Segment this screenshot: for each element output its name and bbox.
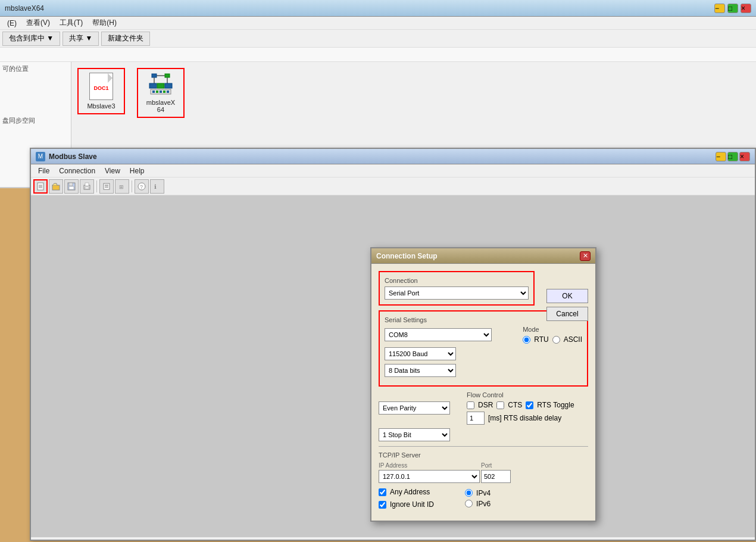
menu-item-tools[interactable]: 工具(T) <box>55 17 88 29</box>
maximize-button[interactable]: □ <box>727 4 738 13</box>
include-library-button[interactable]: 包含到库中 ▼ <box>2 32 60 46</box>
svg-rect-25 <box>104 183 110 189</box>
toolbar-help[interactable]: ? <box>135 179 149 194</box>
modbus-menu-view[interactable]: View <box>100 166 125 176</box>
svg-text:⊞: ⊞ <box>119 184 124 190</box>
modbus-menu-help[interactable]: Help <box>125 166 149 176</box>
modbus-close[interactable]: × <box>739 152 750 161</box>
mode-group: Mode RTU ASCII <box>523 326 582 344</box>
connection-setup-dialog: Connection Setup ✕ OK Cancel Connection … <box>370 247 596 522</box>
ignore-unit-row: Ignore Unit ID <box>379 500 434 509</box>
minimize-button[interactable]: − <box>714 4 725 13</box>
share-button[interactable]: 共享 ▼ <box>63 32 99 46</box>
svg-rect-11 <box>160 91 162 93</box>
toolbar-save[interactable] <box>64 179 79 194</box>
menu-item-e[interactable]: (E) <box>2 18 21 29</box>
left-item-sync: 盘同步空间 <box>2 116 68 125</box>
serial-label: Serial Settings <box>385 316 582 323</box>
rts-delay-label: [ms] RTS disable delay <box>488 414 561 422</box>
file-mbslave3-label: Mbslave3 <box>87 102 115 110</box>
svg-rect-10 <box>156 91 158 93</box>
file-mbslave3[interactable]: DOC1 Mbslave3 <box>77 68 125 114</box>
mode-label: Mode <box>523 326 582 333</box>
flow-title: Flow Control <box>467 391 574 398</box>
port-label: Port <box>481 462 511 469</box>
toolbar-sep2 <box>132 180 132 192</box>
ip-label: IP Address <box>379 462 474 469</box>
databits-select[interactable]: 7 Data bits 8 Data bits <box>385 364 456 377</box>
connection-label: Connection <box>385 277 529 284</box>
ip-input-container: 127.0.0.1 <box>379 470 474 483</box>
toolbar-print[interactable] <box>80 179 94 194</box>
any-address-label: Any Address <box>390 488 430 496</box>
address-bar <box>0 48 756 62</box>
tcp-checkboxes: Any Address Ignore Unit ID <box>379 488 434 511</box>
file-mbslavex64-label: mbslaveX64 <box>146 99 175 113</box>
flow-right: Flow Control DSR CTS RTS Toggle <box>467 391 574 425</box>
rtu-radio[interactable] <box>523 336 530 344</box>
svg-rect-9 <box>152 91 155 93</box>
svg-rect-5 <box>149 83 157 88</box>
modbus-titlebar: M Modbus Slave − □ × <box>31 149 755 164</box>
dialog-buttons: OK Cancel <box>546 289 588 321</box>
svg-rect-7 <box>165 83 172 88</box>
toolbar-open[interactable] <box>49 179 63 194</box>
cancel-button[interactable]: Cancel <box>546 307 588 321</box>
toolbar-new[interactable] <box>33 179 48 194</box>
flow-checkboxes: DSR CTS RTS Toggle <box>467 401 574 409</box>
any-address-checkbox[interactable] <box>379 488 386 496</box>
port-input[interactable] <box>481 470 511 483</box>
explorer-toolbar: 包含到库中 ▼ 共享 ▼ 新建文件夹 <box>0 30 756 48</box>
cts-checkbox[interactable] <box>496 401 504 409</box>
modbus-toolbar: ⊞ ? ℹ <box>31 177 755 195</box>
svg-rect-13 <box>167 91 169 93</box>
dialog-titlebar: Connection Setup ✕ <box>371 248 595 264</box>
net-icon-svg <box>149 73 173 96</box>
menu-item-view[interactable]: 查看(V) <box>21 17 55 29</box>
toolbar-setup[interactable] <box>99 179 114 194</box>
ascii-label: ASCII <box>564 335 582 344</box>
ignore-unit-checkbox[interactable] <box>379 501 386 509</box>
svg-text:ℹ: ℹ <box>154 183 157 190</box>
parity-row: None Even Parity Odd Parity Mark Space F… <box>379 391 588 425</box>
title-bar-text: mbslaveX64 <box>5 4 44 13</box>
svg-rect-12 <box>163 91 165 93</box>
explorer-menubar: (E) 查看(V) 工具(T) 帮助(H) <box>0 17 756 30</box>
modbus-menu-file[interactable]: File <box>33 166 54 176</box>
new-folder-button[interactable]: 新建文件夹 <box>101 32 150 46</box>
connection-select[interactable]: Serial Port TCP/IP UDP/IP None <box>385 286 529 300</box>
close-button[interactable]: × <box>741 4 751 13</box>
rts-delay-input[interactable] <box>467 412 485 425</box>
dialog-close-button[interactable]: ✕ <box>580 251 591 261</box>
menu-item-help[interactable]: 帮助(H) <box>88 17 121 29</box>
doc-icon-text: DOC1 <box>93 85 108 91</box>
ipv4-radio[interactable] <box>465 489 473 497</box>
rts-delay-row: [ms] RTS disable delay <box>467 412 574 425</box>
file-mbslavex64[interactable]: mbslaveX64 <box>137 68 185 118</box>
modbus-menu-connection[interactable]: Connection <box>54 166 100 176</box>
port-row: COM1COM2COM3 COM4COM5COM6 COM7COM8 Mode … <box>385 326 582 344</box>
rtu-row: RTU ASCII <box>523 335 582 344</box>
title-bar: mbslaveX64 − □ × <box>0 0 756 17</box>
serial-settings-section: Serial Settings COM1COM2COM3 COM4COM5COM… <box>379 310 588 387</box>
ip-address-field: IP Address 127.0.0.1 <box>379 462 474 483</box>
cts-label: CTS <box>508 401 522 409</box>
net-icon <box>149 73 173 96</box>
modbus-maximize[interactable]: □ <box>727 152 738 161</box>
modbus-minimize[interactable]: − <box>716 152 726 161</box>
svg-rect-23 <box>85 183 89 186</box>
tcp-title: TCP/IP Server <box>379 451 588 459</box>
stopbit-select[interactable]: 1 Stop Bit 2 Stop Bits <box>379 428 450 441</box>
ascii-radio[interactable] <box>552 336 560 344</box>
toolbar-print2[interactable]: ⊞ <box>115 179 129 194</box>
toolbar-about[interactable]: ℹ <box>150 179 164 194</box>
baud-select[interactable]: 1200 Baud2400 Baud4800 Baud 9600 Baud192… <box>385 347 456 360</box>
ip-select[interactable]: 127.0.0.1 <box>379 470 480 483</box>
port-select[interactable]: COM1COM2COM3 COM4COM5COM6 COM7COM8 <box>385 328 492 341</box>
rts-checkbox[interactable] <box>526 401 533 409</box>
dsr-checkbox[interactable] <box>467 401 474 409</box>
ipv6-radio[interactable] <box>465 500 473 507</box>
svg-text:?: ? <box>140 184 143 190</box>
parity-select[interactable]: None Even Parity Odd Parity Mark Space <box>379 401 450 415</box>
ok-button[interactable]: OK <box>546 289 588 303</box>
